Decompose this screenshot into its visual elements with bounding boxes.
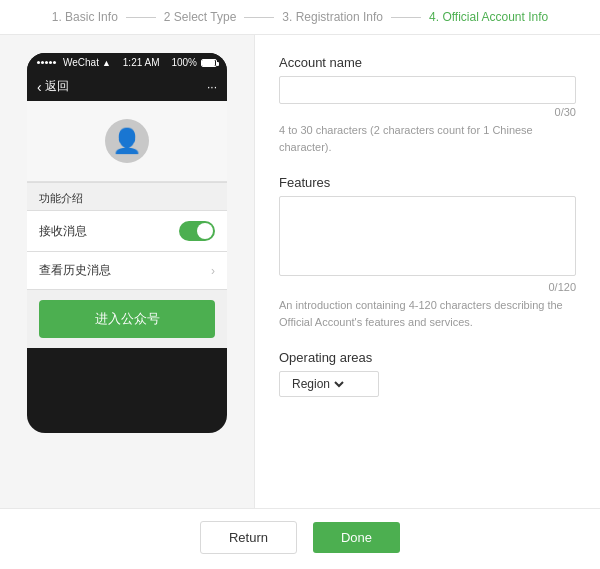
step-divider-1 <box>126 17 156 18</box>
step-divider-3 <box>391 17 421 18</box>
avatar-section: 👤 <box>27 101 227 182</box>
features-textarea[interactable] <box>279 196 576 276</box>
enter-official-account-button[interactable]: 进入公众号 <box>39 300 215 338</box>
toggle-receive-messages[interactable] <box>179 221 215 241</box>
chevron-right-icon: › <box>211 264 215 278</box>
receive-messages-row: 接收消息 <box>27 211 227 251</box>
account-name-count: 0/30 <box>279 106 576 118</box>
step-basic-info[interactable]: 1. Basic Info <box>52 10 118 24</box>
features-count: 0/120 <box>279 281 576 293</box>
step-divider-2 <box>244 17 274 18</box>
operating-areas-section: Operating areas Region Global China <box>279 350 576 397</box>
main-content: WeChat ▲ 1:21 AM 100% ‹ 返回 ··· <box>0 35 600 508</box>
step-official-account[interactable]: 4. Official Account Info <box>429 10 548 24</box>
phone-panel: WeChat ▲ 1:21 AM 100% ‹ 返回 ··· <box>0 35 255 508</box>
account-name-label: Account name <box>279 55 576 70</box>
features-label: Features <box>279 175 576 190</box>
done-button[interactable]: Done <box>313 522 400 553</box>
divider-4 <box>27 289 227 290</box>
return-button[interactable]: Return <box>200 521 297 554</box>
nav-dots[interactable]: ··· <box>207 80 217 94</box>
form-panel: Account name 0/30 4 to 30 characters (2 … <box>255 35 600 508</box>
wifi-icon: ▲ <box>102 58 111 68</box>
bottom-bar: Return Done <box>0 508 600 566</box>
history-messages-row[interactable]: 查看历史消息 › <box>27 252 227 289</box>
app-name: WeChat <box>63 57 99 68</box>
region-select-wrapper[interactable]: Region Global China <box>279 371 379 397</box>
phone-frame: WeChat ▲ 1:21 AM 100% ‹ 返回 ··· <box>27 53 227 433</box>
account-name-hint: 4 to 30 characters (2 characters count f… <box>279 122 576 155</box>
step-registration-info[interactable]: 3. Registration Info <box>282 10 383 24</box>
account-name-input[interactable] <box>279 76 576 104</box>
operating-areas-label: Operating areas <box>279 350 576 365</box>
battery-icon <box>201 59 217 67</box>
back-label: 返回 <box>45 78 69 95</box>
person-icon: 👤 <box>112 127 142 155</box>
features-section: Features 0/120 An introduction containin… <box>279 175 576 330</box>
region-select[interactable]: Region Global China <box>288 376 347 392</box>
back-button[interactable]: ‹ 返回 <box>37 78 69 95</box>
phone-status-bar: WeChat ▲ 1:21 AM 100% <box>27 53 227 72</box>
history-messages-label: 查看历史消息 <box>39 262 111 279</box>
features-hint: An introduction containing 4-120 charact… <box>279 297 576 330</box>
battery-label: 100% <box>171 57 197 68</box>
status-time: 1:21 AM <box>123 57 160 68</box>
phone-body: 👤 功能介绍 接收消息 查看历史消息 › <box>27 101 227 348</box>
step-bar: 1. Basic Info 2 Select Type 3. Registrat… <box>0 0 600 35</box>
avatar: 👤 <box>105 119 149 163</box>
section-label: 功能介绍 <box>27 183 227 210</box>
signal-dots <box>37 61 56 64</box>
account-name-section: Account name 0/30 4 to 30 characters (2 … <box>279 55 576 155</box>
status-left: WeChat ▲ <box>37 57 111 68</box>
step-select-type[interactable]: 2 Select Type <box>164 10 237 24</box>
receive-messages-label: 接收消息 <box>39 223 87 240</box>
status-right: 100% <box>171 57 217 68</box>
chevron-left-icon: ‹ <box>37 79 42 95</box>
phone-nav: ‹ 返回 ··· <box>27 72 227 101</box>
